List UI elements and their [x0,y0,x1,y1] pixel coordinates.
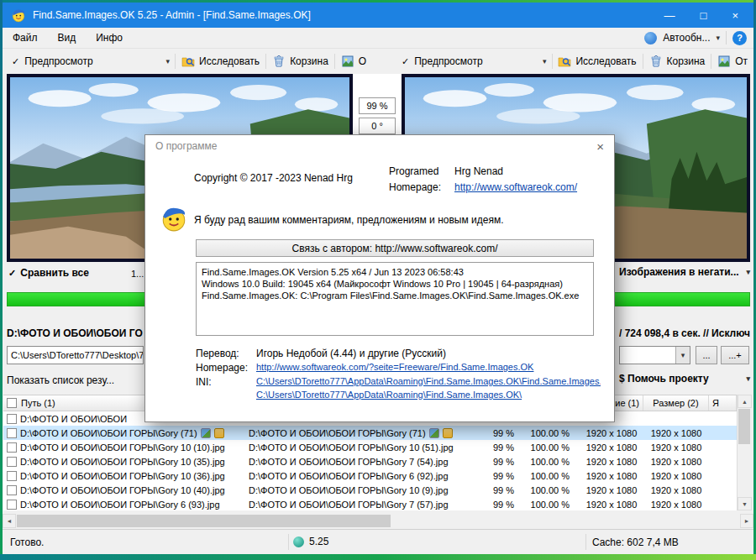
resolution1-cell: 1920 x 1080 [580,426,643,440]
toolbar-right: ✓ Предпросмотр ▾ Исследовать Корзина От [396,49,753,74]
path2-cell: D:\ФОТО И ОБОИ\ОБОИ ГОРЫ\Gory 7 (54).jpg [245,454,469,468]
path1-text: D:\ФОТО И ОБОИ\ОБОИ ГОРЫ\Gory 6 (93).jpg [20,500,220,510]
separator [585,534,586,550]
resolution2-cell [643,411,709,426]
window-border-bottom [0,554,756,560]
match-cell: 100.00 % [524,426,580,440]
chevron-down-icon[interactable]: ▾ [716,34,720,42]
path1-cell: D:\ФОТО И ОБОИ\ОБОИ ГОРЫ\Gory 10 (35).jp… [3,454,245,468]
resolution2-cell: 1920 x 1080 [643,426,709,440]
minimize-button[interactable]: — [664,9,675,22]
menu-info[interactable]: Инфо [86,29,133,47]
path1-text: D:\ФОТО И ОБОИ\ОБОИ ГОРЫ\Gory 10 (36).jp… [20,471,225,481]
similarity-cell: 99 % [469,483,524,497]
explore-button-left[interactable]: Исследовать [176,55,265,68]
scroll-up-icon[interactable]: ▲ [738,395,752,408]
extra-cell [709,426,737,440]
table-row[interactable]: D:\ФОТО И ОБОИ\ОБОИ ГОРЫ\Gory 6 (93).jpg… [3,497,737,510]
title-bar[interactable]: Find.Same.Images.OK 5.25 - Admin - [Find… [3,3,753,28]
homepage-label: Homepage: [389,181,441,193]
scroll-left-icon[interactable]: ◄ [3,514,16,528]
path1-cell: D:\ФОТО И ОБОИ\ОБОИ ГОРЫ\Gory (71) [3,426,245,440]
preview-dropdown-left[interactable]: ✓ Предпросмотр ▾ [7,55,175,67]
preview-dropdown-right[interactable]: ✓ Предпросмотр ▾ [396,55,552,67]
dialog-close-icon[interactable]: × [596,139,604,154]
folder-path-combobox[interactable]: ▾ [619,346,690,364]
dialog-title-bar[interactable]: О программе × [145,135,614,157]
more-button-left[interactable]: О [335,55,372,68]
menu-view[interactable]: Вид [48,29,87,47]
row-checkbox[interactable] [7,500,17,510]
trash-button-left[interactable]: Корзина [266,55,334,68]
browse-button[interactable]: ... [696,346,717,364]
horizontal-scrollbar[interactable]: ◄ ► [3,514,753,528]
image-icon[interactable] [429,428,439,438]
similarity-percent-box[interactable]: 99 % [359,97,396,114]
table-row[interactable]: D:\ФОТО И ОБОИ\ОБОИ ГОРЫ\Gory 10 (36).jp… [3,468,737,483]
scroll-down-icon[interactable]: ▼ [738,497,752,510]
row-checkbox[interactable] [7,485,17,495]
version-icon [293,536,304,547]
extra-cell [709,483,737,497]
auto-update-label[interactable]: Автообн... [663,32,710,44]
scrollbar-thumb[interactable] [738,409,750,444]
close-button[interactable]: × [732,9,738,22]
version-label: 5.25 [309,536,328,547]
scrollbar-thumb[interactable] [17,515,391,527]
ini-folder-link[interactable]: C:\Users\DToretto777\AppData\Roaming\Fin… [256,390,522,400]
match-cell: 100.00 % [524,483,580,497]
scan-speed-label: / 724 098,4 в сек. // Исключ [619,327,753,339]
table-row[interactable]: D:\ФОТО И ОБОИ\ОБОИ ГОРЫ\Gory 10 (10).jp… [3,440,737,454]
welcome-text: Я буду рад вашим комментариям, предложен… [194,214,504,226]
row-checkbox[interactable] [7,442,17,453]
folder-path-input[interactable]: C:\Users\DToretto777\Desktop\7 [7,346,144,364]
app-icon [11,8,26,23]
ini-label: INI: [196,376,212,388]
negative-dropdown[interactable]: Изображения в негати... ▾ [619,266,750,278]
header-extra: Я [712,398,719,408]
show-results-list-button[interactable]: Показать список резу... [7,374,114,386]
resolution1-cell: 1920 x 1080 [580,454,643,468]
menu-bar: Файл Вид Инфо Автообн... ▾ ? [3,28,753,49]
trash-button-right[interactable]: Корзина [643,55,711,68]
explore-label: Исследовать [199,55,260,67]
compare-all-checkbox[interactable]: ✓ Сравнить все [8,267,89,279]
ini-file-link[interactable]: C:\Users\DToretto777\AppData\Roaming\Fin… [256,376,601,386]
homepage-link[interactable]: http://www.softwareok.com/ [454,181,577,193]
help-button[interactable]: ? [732,31,747,45]
image-icon [341,55,354,68]
rotation-angle-box[interactable]: 0 ° [359,118,396,134]
folder-icon[interactable] [214,428,224,438]
extra-cell [709,440,737,454]
recycle-bin-icon [272,55,286,68]
row-checkbox[interactable] [7,457,17,467]
row-checkbox[interactable] [7,471,17,481]
homepage2-link[interactable]: http://www.softwareok.com/?seite=Freewar… [256,362,533,372]
table-row[interactable]: D:\ФОТО И ОБОИ\ОБОИ ГОРЫ\Gory 10 (35).jp… [3,454,737,468]
table-row[interactable]: D:\ФОТО И ОБОИ\ОБОИ ГОРЫ\Gory (71)D:\ФОТ… [3,426,737,440]
path2-text: D:\ФОТО И ОБОИ\ОБОИ ГОРЫ\Gory 7 (57).jpg [249,500,449,510]
menu-file[interactable]: Файл [3,29,48,47]
vertical-scrollbar[interactable]: ▲ ▼ [737,395,751,510]
similarity-cell: 99 % [469,426,524,440]
folder-icon[interactable] [443,428,453,438]
path2-cell: D:\ФОТО И ОБОИ\ОБОИ ГОРЫ\Gory (71) [245,426,469,440]
row-checkbox[interactable] [7,428,17,438]
scroll-right-icon[interactable]: ► [740,514,753,528]
chevron-down-icon: ▾ [165,57,170,65]
check-icon: ✓ [8,268,16,279]
toolbar-left: ✓ Предпросмотр ▾ Исследовать Корзина О [7,49,381,74]
row-checkbox[interactable] [7,414,17,424]
image-icon[interactable] [201,428,211,438]
chevron-down-icon[interactable]: ▾ [675,347,690,364]
preview-label: Предпросмотр [414,55,482,67]
maximize-button[interactable]: □ [701,9,707,22]
contact-author-button[interactable]: Связь с автором: http://www.softwareok.c… [196,239,594,257]
add-folder-button[interactable]: ...+ [721,346,749,364]
header-checkbox[interactable] [7,398,17,408]
donate-dropdown[interactable]: $ Помочь проекту ▾ [619,373,750,385]
system-info-panel: Find.Same.Images.OK Version 5.25 x64 / J… [196,262,594,336]
more-button-right[interactable]: От [711,55,753,68]
table-row[interactable]: D:\ФОТО И ОБОИ\ОБОИ ГОРЫ\Gory 10 (40).jp… [3,483,737,497]
explore-button-right[interactable]: Исследовать [552,55,642,68]
